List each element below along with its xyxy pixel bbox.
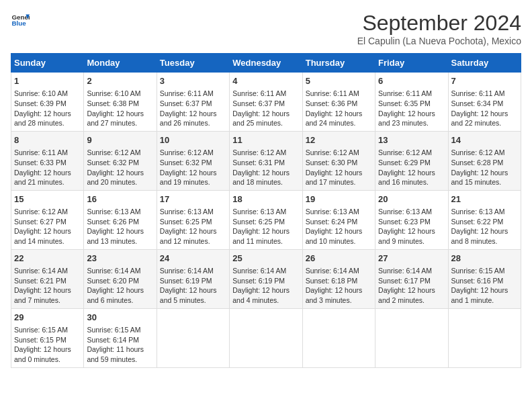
week-row-4: 22Sunrise: 6:14 AM Sunset: 6:21 PM Dayli… bbox=[11, 249, 521, 308]
calendar-cell: 20Sunrise: 6:13 AM Sunset: 6:23 PM Dayli… bbox=[375, 190, 448, 249]
header-day-saturday: Saturday bbox=[448, 54, 521, 73]
day-info: Sunrise: 6:11 AM Sunset: 6:37 PM Dayligh… bbox=[160, 89, 226, 128]
calendar-cell: 28Sunrise: 6:15 AM Sunset: 6:16 PM Dayli… bbox=[448, 249, 521, 308]
day-number: 14 bbox=[451, 134, 518, 146]
calendar-cell: 30Sunrise: 6:15 AM Sunset: 6:14 PM Dayli… bbox=[84, 308, 157, 367]
day-info: Sunrise: 6:14 AM Sunset: 6:20 PM Dayligh… bbox=[87, 266, 153, 306]
day-number: 25 bbox=[232, 253, 299, 265]
header-day-sunday: Sunday bbox=[11, 54, 84, 73]
calendar-cell: 6Sunrise: 6:11 AM Sunset: 6:35 PM Daylig… bbox=[375, 73, 448, 132]
week-row-3: 15Sunrise: 6:12 AM Sunset: 6:27 PM Dayli… bbox=[11, 190, 521, 249]
day-number: 27 bbox=[378, 253, 445, 265]
calendar-cell: 9Sunrise: 6:12 AM Sunset: 6:32 PM Daylig… bbox=[84, 131, 157, 190]
day-info: Sunrise: 6:11 AM Sunset: 6:35 PM Dayligh… bbox=[378, 89, 445, 128]
calendar-cell: 25Sunrise: 6:14 AM Sunset: 6:19 PM Dayli… bbox=[230, 249, 302, 308]
calendar-cell: 8Sunrise: 6:11 AM Sunset: 6:33 PM Daylig… bbox=[11, 131, 84, 190]
header-day-friday: Friday bbox=[375, 54, 448, 73]
day-info: Sunrise: 6:13 AM Sunset: 6:24 PM Dayligh… bbox=[306, 207, 372, 246]
day-info: Sunrise: 6:15 AM Sunset: 6:15 PM Dayligh… bbox=[14, 325, 81, 365]
day-number: 2 bbox=[87, 75, 153, 87]
calendar-cell: 12Sunrise: 6:12 AM Sunset: 6:30 PM Dayli… bbox=[302, 131, 375, 190]
calendar-cell: 10Sunrise: 6:12 AM Sunset: 6:32 PM Dayli… bbox=[157, 131, 229, 190]
calendar-cell: 26Sunrise: 6:14 AM Sunset: 6:18 PM Dayli… bbox=[302, 249, 375, 308]
day-number: 11 bbox=[232, 134, 299, 146]
calendar-cell: 5Sunrise: 6:11 AM Sunset: 6:36 PM Daylig… bbox=[302, 73, 375, 132]
day-info: Sunrise: 6:15 AM Sunset: 6:14 PM Dayligh… bbox=[87, 325, 153, 365]
day-info: Sunrise: 6:10 AM Sunset: 6:38 PM Dayligh… bbox=[87, 89, 153, 128]
day-number: 30 bbox=[87, 312, 153, 324]
day-info: Sunrise: 6:12 AM Sunset: 6:31 PM Dayligh… bbox=[232, 148, 299, 187]
day-info: Sunrise: 6:12 AM Sunset: 6:29 PM Dayligh… bbox=[378, 148, 445, 187]
header-day-monday: Monday bbox=[84, 54, 157, 73]
calendar-cell: 17Sunrise: 6:13 AM Sunset: 6:25 PM Dayli… bbox=[157, 190, 229, 249]
calendar-cell bbox=[375, 308, 448, 367]
day-number: 6 bbox=[378, 75, 445, 87]
day-number: 5 bbox=[306, 75, 372, 87]
calendar-cell: 19Sunrise: 6:13 AM Sunset: 6:24 PM Dayli… bbox=[302, 190, 375, 249]
day-number: 7 bbox=[451, 75, 518, 87]
header-day-tuesday: Tuesday bbox=[157, 54, 229, 73]
calendar-cell: 18Sunrise: 6:13 AM Sunset: 6:25 PM Dayli… bbox=[230, 190, 302, 249]
day-number: 19 bbox=[306, 193, 372, 205]
day-number: 20 bbox=[378, 193, 445, 205]
header: General Blue September 2024 El Capulin (… bbox=[11, 11, 521, 46]
svg-text:Blue: Blue bbox=[11, 19, 26, 27]
day-info: Sunrise: 6:13 AM Sunset: 6:25 PM Dayligh… bbox=[160, 207, 226, 246]
calendar-body: 1Sunrise: 6:10 AM Sunset: 6:39 PM Daylig… bbox=[11, 73, 521, 368]
page-subtitle: El Capulin (La Nueva Pochota), Mexico bbox=[357, 36, 521, 46]
day-info: Sunrise: 6:14 AM Sunset: 6:21 PM Dayligh… bbox=[14, 266, 81, 306]
day-info: Sunrise: 6:11 AM Sunset: 6:34 PM Dayligh… bbox=[451, 89, 518, 128]
day-info: Sunrise: 6:11 AM Sunset: 6:37 PM Dayligh… bbox=[232, 89, 299, 128]
calendar-cell: 15Sunrise: 6:12 AM Sunset: 6:27 PM Dayli… bbox=[11, 190, 84, 249]
calendar-cell bbox=[157, 308, 229, 367]
calendar-header: SundayMondayTuesdayWednesdayThursdayFrid… bbox=[11, 54, 521, 73]
day-info: Sunrise: 6:14 AM Sunset: 6:17 PM Dayligh… bbox=[378, 266, 445, 306]
day-number: 12 bbox=[306, 134, 372, 146]
day-number: 21 bbox=[451, 193, 518, 205]
logo-icon: General Blue bbox=[11, 11, 30, 30]
day-info: Sunrise: 6:14 AM Sunset: 6:19 PM Dayligh… bbox=[232, 266, 299, 306]
day-info: Sunrise: 6:13 AM Sunset: 6:22 PM Dayligh… bbox=[451, 207, 518, 246]
day-number: 18 bbox=[232, 193, 299, 205]
week-row-2: 8Sunrise: 6:11 AM Sunset: 6:33 PM Daylig… bbox=[11, 131, 521, 190]
day-number: 23 bbox=[87, 253, 153, 265]
day-number: 24 bbox=[160, 253, 226, 265]
week-row-5: 29Sunrise: 6:15 AM Sunset: 6:15 PM Dayli… bbox=[11, 308, 521, 367]
day-info: Sunrise: 6:13 AM Sunset: 6:25 PM Dayligh… bbox=[232, 207, 299, 246]
title-block: September 2024 El Capulin (La Nueva Poch… bbox=[357, 11, 521, 46]
calendar-cell: 16Sunrise: 6:13 AM Sunset: 6:26 PM Dayli… bbox=[84, 190, 157, 249]
header-day-wednesday: Wednesday bbox=[230, 54, 302, 73]
day-number: 16 bbox=[87, 193, 153, 205]
calendar-cell: 4Sunrise: 6:11 AM Sunset: 6:37 PM Daylig… bbox=[230, 73, 302, 132]
calendar-cell: 27Sunrise: 6:14 AM Sunset: 6:17 PM Dayli… bbox=[375, 249, 448, 308]
calendar-cell: 21Sunrise: 6:13 AM Sunset: 6:22 PM Dayli… bbox=[448, 190, 521, 249]
day-info: Sunrise: 6:12 AM Sunset: 6:32 PM Dayligh… bbox=[160, 148, 226, 187]
calendar-cell bbox=[302, 308, 375, 367]
day-info: Sunrise: 6:12 AM Sunset: 6:28 PM Dayligh… bbox=[451, 148, 518, 187]
day-info: Sunrise: 6:15 AM Sunset: 6:16 PM Dayligh… bbox=[451, 266, 518, 306]
day-number: 29 bbox=[14, 312, 81, 324]
calendar-cell: 2Sunrise: 6:10 AM Sunset: 6:38 PM Daylig… bbox=[84, 73, 157, 132]
calendar-cell: 24Sunrise: 6:14 AM Sunset: 6:19 PM Dayli… bbox=[157, 249, 229, 308]
day-number: 15 bbox=[14, 193, 81, 205]
day-number: 22 bbox=[14, 253, 81, 265]
day-info: Sunrise: 6:14 AM Sunset: 6:18 PM Dayligh… bbox=[306, 266, 372, 306]
day-number: 10 bbox=[160, 134, 226, 146]
day-number: 13 bbox=[378, 134, 445, 146]
day-info: Sunrise: 6:12 AM Sunset: 6:30 PM Dayligh… bbox=[306, 148, 372, 187]
calendar-table: SundayMondayTuesdayWednesdayThursdayFrid… bbox=[11, 53, 521, 368]
logo: General Blue bbox=[11, 11, 30, 30]
day-number: 26 bbox=[306, 253, 372, 265]
day-number: 8 bbox=[14, 134, 81, 146]
calendar-cell: 14Sunrise: 6:12 AM Sunset: 6:28 PM Dayli… bbox=[448, 131, 521, 190]
day-number: 3 bbox=[160, 75, 226, 87]
calendar-cell: 23Sunrise: 6:14 AM Sunset: 6:20 PM Dayli… bbox=[84, 249, 157, 308]
day-info: Sunrise: 6:14 AM Sunset: 6:19 PM Dayligh… bbox=[160, 266, 226, 306]
day-number: 28 bbox=[451, 253, 518, 265]
day-info: Sunrise: 6:12 AM Sunset: 6:32 PM Dayligh… bbox=[87, 148, 153, 187]
day-info: Sunrise: 6:12 AM Sunset: 6:27 PM Dayligh… bbox=[14, 207, 81, 246]
calendar-cell: 1Sunrise: 6:10 AM Sunset: 6:39 PM Daylig… bbox=[11, 73, 84, 132]
day-info: Sunrise: 6:13 AM Sunset: 6:26 PM Dayligh… bbox=[87, 207, 153, 246]
calendar-cell: 13Sunrise: 6:12 AM Sunset: 6:29 PM Dayli… bbox=[375, 131, 448, 190]
header-day-thursday: Thursday bbox=[302, 54, 375, 73]
